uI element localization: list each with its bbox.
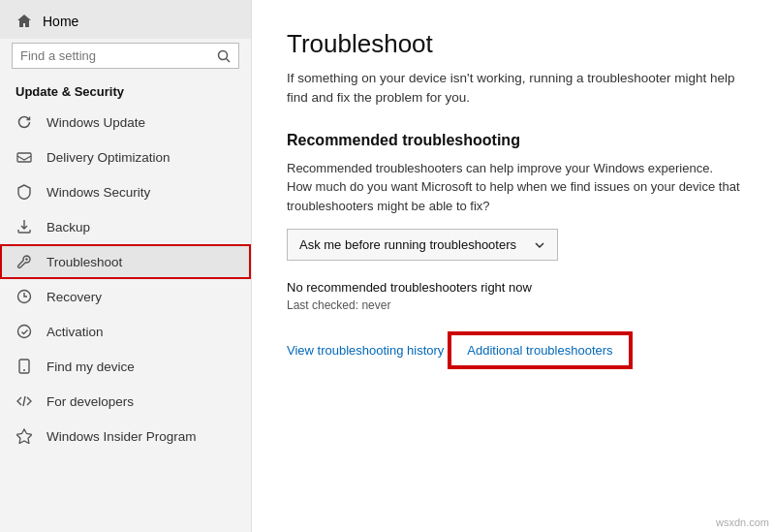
refresh-icon	[16, 114, 33, 130]
sidebar-label: Windows Update	[46, 115, 145, 130]
activation-icon	[16, 324, 33, 339]
insider-icon	[16, 428, 33, 444]
svg-line-8	[23, 396, 25, 406]
dropdown-label: Ask me before running troubleshooters	[299, 237, 516, 252]
wrench-icon	[16, 254, 33, 269]
main-content: Troubleshoot If something on your device…	[252, 0, 775, 532]
shield-icon	[16, 184, 33, 200]
svg-point-5	[18, 326, 31, 338]
sidebar-label: Backup	[46, 220, 90, 235]
additional-troubleshooters-button[interactable]: Additional troubleshooters	[450, 333, 630, 367]
sidebar-label: Recovery	[46, 290, 102, 304]
sidebar-item-recovery[interactable]: Recovery	[0, 279, 251, 314]
developer-icon	[16, 393, 33, 409]
last-checked-text: Last checked: never	[287, 298, 740, 312]
sidebar-label: Windows Insider Program	[46, 429, 197, 444]
view-history-link[interactable]: View troubleshooting history	[287, 343, 444, 358]
sidebar-item-delivery-optimization[interactable]: Delivery Optimization	[0, 140, 251, 174]
no-troubleshooters-text: No recommended troubleshooters right now	[287, 280, 740, 295]
sidebar-label: Windows Security	[46, 185, 150, 200]
additional-troubleshooters-container: Additional troubleshooters	[448, 331, 632, 369]
sidebar-item-troubleshoot[interactable]: Troubleshoot	[0, 244, 251, 279]
svg-marker-9	[16, 429, 32, 444]
sidebar-item-home[interactable]: Home	[0, 0, 251, 39]
sidebar-section-title: Update & Security	[0, 77, 251, 105]
svg-point-7	[23, 369, 25, 371]
svg-point-0	[219, 50, 228, 59]
search-input[interactable]	[20, 48, 211, 63]
watermark: wsxdn.com	[716, 516, 769, 528]
find-device-icon	[16, 359, 33, 374]
sidebar-label: Find my device	[46, 360, 135, 374]
sidebar: Home Update & Security Windows Update	[0, 0, 252, 532]
sidebar-item-activation[interactable]: Activation	[0, 314, 251, 349]
section-description: Recommended troubleshooters can help imp…	[287, 159, 740, 216]
home-icon	[16, 14, 33, 29]
sidebar-item-windows-insider[interactable]: Windows Insider Program	[0, 419, 251, 454]
svg-point-3	[25, 258, 27, 260]
sidebar-item-for-developers[interactable]: For developers	[0, 384, 251, 419]
sidebar-item-windows-security[interactable]: Windows Security	[0, 174, 251, 209]
chevron-down-icon	[534, 239, 545, 251]
sidebar-label: Troubleshoot	[46, 255, 122, 269]
page-title: Troubleshoot	[287, 29, 740, 59]
sidebar-item-find-my-device[interactable]: Find my device	[0, 349, 251, 384]
sidebar-item-backup[interactable]: Backup	[0, 209, 251, 244]
sidebar-label: Activation	[46, 325, 104, 339]
troubleshooter-dropdown[interactable]: Ask me before running troubleshooters	[287, 229, 558, 261]
sidebar-label: For developers	[46, 394, 134, 409]
recovery-icon	[16, 289, 33, 304]
sidebar-label: Delivery Optimization	[46, 150, 170, 165]
svg-line-1	[227, 58, 231, 62]
section-title-recommended: Recommended troubleshooting	[287, 132, 740, 149]
page-description: If something on your device isn't workin…	[287, 69, 740, 109]
delivery-icon	[16, 149, 33, 165]
search-icon	[217, 49, 231, 63]
sidebar-home-label: Home	[43, 14, 78, 29]
sidebar-item-windows-update[interactable]: Windows Update	[0, 105, 251, 140]
sidebar-search-box[interactable]	[12, 43, 239, 69]
backup-icon	[16, 219, 33, 235]
